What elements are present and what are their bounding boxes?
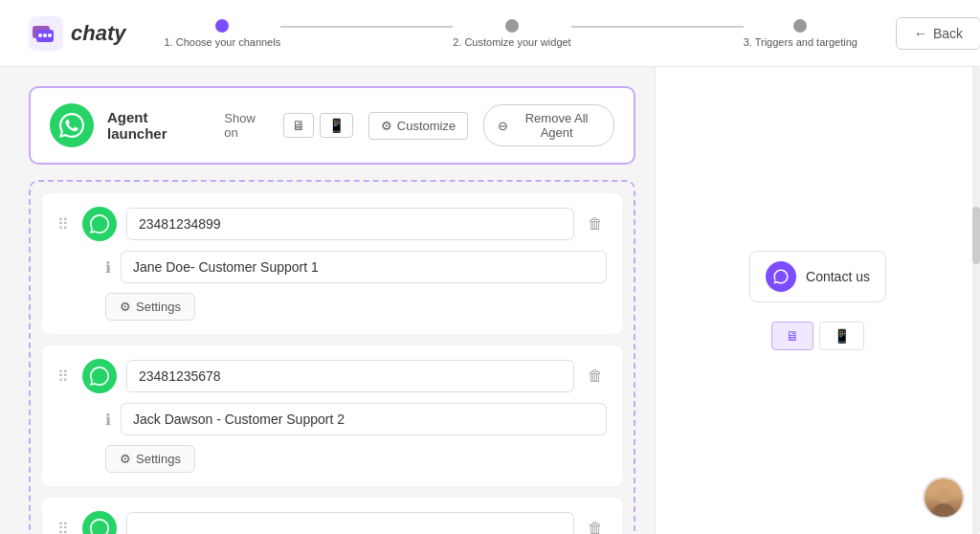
agent-entry-2-top: ⠿ 🗑 — [57, 359, 607, 393]
agent-launcher-info: Agent launcher Show on 🖥 📱 ⚙ Customize ⊖… — [107, 104, 614, 146]
preview-contact-us-text: Contact us — [806, 269, 870, 284]
avatar-face — [924, 478, 963, 517]
agent-1-delete-button[interactable]: 🗑 — [584, 211, 607, 236]
svg-point-6 — [937, 489, 950, 502]
agent-entry-3-top: ⠿ 🗑 — [57, 511, 607, 534]
agent-2-whatsapp-icon — [82, 359, 117, 393]
agent-1-phone-input[interactable] — [126, 208, 574, 240]
step-3-label: 3. Triggers and targeting — [744, 36, 858, 48]
gear-icon: ⚙ — [381, 119, 392, 133]
agent-2-settings-row: ⚙ Settings — [105, 445, 607, 473]
agent-3-whatsapp-icon — [82, 511, 117, 534]
step-line-1 — [280, 26, 453, 28]
minus-circle-icon: ⊖ — [498, 119, 508, 133]
customize-label: Customize — [397, 119, 456, 133]
settings-gear-icon: ⚙ — [120, 300, 131, 314]
agent-entries-container: ⠿ 🗑 ℹ ⚙ Settings — [29, 180, 635, 534]
step-1-label: 1. Choose your channels — [164, 36, 280, 48]
agent-1-settings-row: ⚙ Settings — [105, 293, 607, 321]
info-icon: ℹ — [105, 258, 111, 277]
agent-entry-2: ⠿ 🗑 ℹ ⚙ Settings — [42, 345, 622, 486]
agent-2-delete-button[interactable]: 🗑 — [584, 364, 607, 389]
mobile-device-button[interactable]: 📱 — [320, 113, 353, 138]
step-2-label: 2. Customize your widget — [453, 36, 571, 48]
agent-entry-1: ⠿ 🗑 ℹ ⚙ Settings — [42, 193, 622, 334]
right-panel: Contact us 🖥 📱 — [655, 67, 980, 534]
steps-container: 1. Choose your channels 2. Customize you… — [125, 19, 895, 48]
main-content: Agent launcher Show on 🖥 📱 ⚙ Customize ⊖… — [0, 67, 980, 534]
header: chaty 1. Choose your channels 2. Customi… — [0, 0, 980, 67]
avatar — [923, 477, 965, 519]
step-2-dot — [505, 19, 519, 33]
logo-text: chaty — [71, 21, 125, 46]
agent-launcher-card: Agent launcher Show on 🖥 📱 ⚙ Customize ⊖… — [29, 86, 635, 165]
preview-widget: Contact us — [749, 251, 886, 302]
remove-all-button[interactable]: ⊖ Remove All Agent — [483, 104, 614, 146]
agent-1-name-row: ℹ — [105, 251, 607, 283]
agent-launcher-whatsapp-icon — [50, 103, 94, 147]
right-panel-scrollbar[interactable] — [972, 67, 980, 534]
agent-2-settings-button[interactable]: ⚙ Settings — [105, 445, 195, 473]
step-line-2 — [571, 26, 744, 28]
logo-icon — [29, 16, 63, 51]
agent-launcher-title: Agent launcher — [107, 109, 201, 142]
back-button[interactable]: ← Back — [896, 17, 980, 50]
back-label: Back — [933, 26, 963, 41]
agent-2-settings-label: Settings — [136, 452, 181, 466]
agent-1-name-input[interactable] — [121, 251, 607, 283]
drag-handle-2-icon[interactable]: ⠿ — [57, 367, 69, 386]
agent-2-name-row: ℹ — [105, 403, 607, 435]
header-actions: ← Back Next → 💾 Save Widget ▾ — [896, 11, 980, 56]
step-3: 3. Triggers and targeting — [744, 19, 858, 48]
step-2: 2. Customize your widget — [453, 19, 571, 48]
step-3-dot — [793, 19, 807, 33]
agent-1-settings-label: Settings — [136, 300, 181, 314]
step-1-dot — [215, 19, 229, 33]
customize-button[interactable]: ⚙ Customize — [368, 112, 468, 140]
svg-point-7 — [932, 503, 955, 517]
logo: chaty — [29, 16, 125, 51]
info-icon-2: ℹ — [105, 411, 111, 429]
preview-device-buttons: 🖥 📱 — [771, 322, 864, 350]
agent-1-settings-button[interactable]: ⚙ Settings — [105, 293, 195, 321]
agent-2-phone-input[interactable] — [126, 360, 574, 392]
agent-1-whatsapp-icon — [82, 207, 117, 241]
scrollbar-thumb — [972, 207, 980, 264]
preview-desktop-button[interactable]: 🖥 — [771, 322, 813, 350]
agent-entry-1-top: ⠿ 🗑 — [57, 207, 607, 241]
drag-handle-3-icon[interactable]: ⠿ — [57, 520, 69, 535]
left-panel: Agent launcher Show on 🖥 📱 ⚙ Customize ⊖… — [0, 67, 655, 534]
agent-3-delete-button[interactable]: 🗑 — [584, 516, 607, 534]
step-1: 1. Choose your channels — [164, 19, 280, 48]
svg-point-3 — [38, 33, 42, 37]
agent-3-phone-input[interactable] — [126, 512, 574, 534]
agent-entry-3: ⠿ 🗑 — [42, 498, 622, 534]
show-on-label: Show on — [224, 111, 268, 140]
svg-point-4 — [43, 33, 47, 37]
svg-point-5 — [48, 33, 52, 37]
device-icons: 🖥 📱 — [283, 113, 353, 138]
preview-mobile-button[interactable]: 📱 — [819, 322, 864, 350]
back-arrow-icon: ← — [914, 26, 927, 41]
agent-2-name-input[interactable] — [121, 403, 607, 435]
desktop-device-button[interactable]: 🖥 — [283, 113, 314, 138]
settings-gear-2-icon: ⚙ — [120, 452, 131, 466]
drag-handle-icon[interactable]: ⠿ — [57, 215, 69, 234]
preview-chat-icon — [766, 261, 796, 292]
remove-all-label: Remove All Agent — [513, 111, 600, 140]
